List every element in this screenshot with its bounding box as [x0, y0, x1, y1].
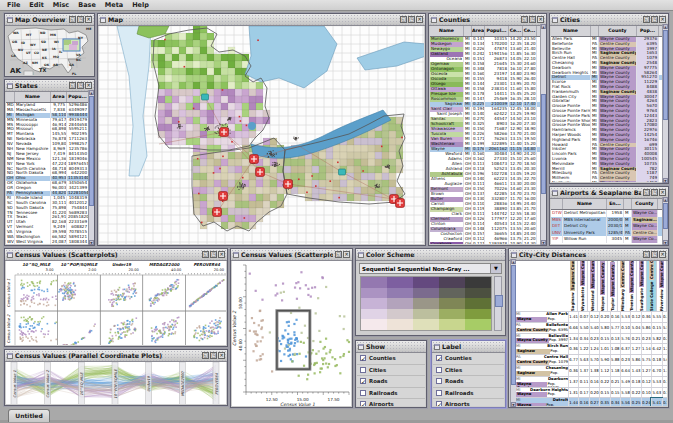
- distance-matrix[interactable]: Saginaw Saginaw County Pop. 61799Wyandot…: [516, 261, 667, 406]
- distance-cell[interactable]: 0.36: [568, 366, 578, 376]
- checkbox[interactable]: [360, 390, 366, 396]
- close-icon[interactable]: ✕: [416, 16, 423, 23]
- column-header[interactable]: Area: [51, 92, 67, 102]
- distance-cell[interactable]: 5.86: [641, 323, 651, 333]
- color-swatch[interactable]: [439, 309, 465, 320]
- column-header[interactable]: [591, 26, 599, 36]
- distance-cell[interactable]: 0.21: [630, 334, 640, 344]
- distance-cell[interactable]: 5.53: [620, 312, 630, 322]
- checkbox-row[interactable]: ✓Roads: [357, 376, 425, 388]
- color-scheme-dropdown[interactable]: Sequential Sequential Non-Gray ... ▼: [359, 263, 502, 274]
- close-icon[interactable]: ✕: [85, 16, 92, 23]
- distance-row[interactable]: PACentre HallCentre CountyPop. 10796.775…: [516, 354, 667, 365]
- maximize-icon[interactable]: ◳: [210, 251, 217, 258]
- color-swatch[interactable]: [413, 298, 439, 309]
- distance-cell[interactable]: 0.35: [599, 398, 609, 406]
- restore-icon[interactable]: ◱: [69, 82, 76, 89]
- distance-cell[interactable]: 0.07: [578, 312, 588, 322]
- restore-icon[interactable]: ◱: [202, 352, 209, 359]
- show-titlebar[interactable]: Show: [356, 341, 426, 353]
- color-swatch[interactable]: [465, 298, 491, 309]
- close-icon[interactable]: ✕: [659, 189, 666, 196]
- close-icon[interactable]: ✕: [537, 16, 544, 23]
- distance-row[interactable]: MIBirch RunSaginaw CountyPop. 16530.361.…: [516, 343, 667, 354]
- checkbox-row[interactable]: ✓Airports: [357, 399, 425, 406]
- checkbox-row[interactable]: ✓Counties: [357, 353, 425, 365]
- distance-column-header[interactable]: State College Centre County Pop. 38420: [647, 261, 657, 311]
- column-header[interactable]: [6, 92, 15, 102]
- distance-cell[interactable]: 5.58: [620, 388, 630, 398]
- dropdown-arrow-icon[interactable]: ▼: [490, 264, 501, 273]
- distance-cell[interactable]: 0.20: [589, 388, 599, 398]
- map-overview-titlebar[interactable]: Map Overview ◱◳✕: [5, 14, 94, 26]
- distance-cell[interactable]: 1.34: [568, 334, 578, 344]
- selected-airport-marker[interactable]: [339, 169, 346, 175]
- color-swatch[interactable]: [439, 288, 465, 299]
- counties-scrollbar[interactable]: ▲▼: [540, 24, 546, 245]
- distance-cell[interactable]: 1.27: [641, 366, 651, 376]
- distance-cell[interactable]: 0.25: [630, 398, 640, 406]
- checkbox[interactable]: ✓: [436, 401, 442, 406]
- distance-row[interactable]: MIBellevilleWayne CountyPop. 39971.340.3…: [516, 333, 667, 344]
- cities-titlebar[interactable]: Cities ◱◳✕: [550, 14, 668, 26]
- distance-cell[interactable]: 5.04: [630, 323, 640, 333]
- color-scheme-titlebar[interactable]: Color Scheme: [356, 249, 505, 261]
- color-swatch[interactable]: [387, 319, 413, 330]
- distance-cell[interactable]: 5.40: [589, 323, 599, 333]
- distance-cell[interactable]: 1.27: [630, 344, 640, 354]
- column-header[interactable]: [464, 26, 472, 36]
- distance-cell[interactable]: 0.17: [578, 388, 588, 398]
- color-swatch[interactable]: [465, 277, 491, 288]
- airport-marker[interactable]: [213, 208, 222, 217]
- column-header[interactable]: Popul...: [485, 26, 509, 36]
- distance-cell[interactable]: 0.29: [662, 334, 667, 344]
- distance-cell[interactable]: 6.37: [620, 344, 630, 354]
- checkbox[interactable]: ✓: [360, 401, 366, 406]
- color-swatch[interactable]: [361, 309, 387, 320]
- distance-cell[interactable]: 0.34: [610, 398, 620, 406]
- distance-cell[interactable]: 0.15: [662, 388, 667, 398]
- distance-cell[interactable]: 5.50: [578, 323, 588, 333]
- color-swatch[interactable]: [361, 277, 387, 288]
- column-header[interactable]: Name: [563, 199, 607, 209]
- map-titlebar[interactable]: Map ◱◳✕: [98, 14, 425, 26]
- distance-cell[interactable]: 1.37: [568, 377, 578, 387]
- color-scheme-slider[interactable]: [494, 276, 502, 331]
- menu-item-meta[interactable]: Meta: [101, 1, 127, 9]
- distance-cell[interactable]: 0.18: [651, 355, 661, 365]
- menu-item-misc[interactable]: Misc: [49, 1, 73, 9]
- distance-cell[interactable]: 5.67: [662, 355, 667, 365]
- distance-cell[interactable]: 5.56: [620, 398, 630, 406]
- distance-cell[interactable]: 0.27: [589, 398, 599, 406]
- color-swatch[interactable]: [465, 288, 491, 299]
- menu-item-file[interactable]: File: [3, 1, 24, 9]
- color-swatch[interactable]: [439, 319, 465, 330]
- census-scatterplot[interactable]: 12.5015.0017.5050.0040.00Census Value 1C…: [232, 261, 351, 406]
- distance-cell[interactable]: 1.01: [599, 344, 609, 354]
- distance-cell[interactable]: 5.80: [599, 323, 609, 333]
- distance-cell[interactable]: 6.42: [651, 344, 661, 354]
- restore-icon[interactable]: ◱: [643, 251, 650, 258]
- distance-column-header[interactable]: Taylor Wayne County Pop. 65868: [608, 261, 618, 311]
- distance-cell[interactable]: 0.22: [630, 388, 640, 398]
- maximize-icon[interactable]: ◳: [210, 352, 217, 359]
- table-row[interactable]: YIPWillow Run3045MWayne Co...: [551, 236, 667, 243]
- distance-cell[interactable]: 6.70: [651, 366, 661, 376]
- distance-cell[interactable]: 0.13: [610, 334, 620, 344]
- restore-icon[interactable]: ◱: [202, 251, 209, 258]
- airport-marker[interactable]: [284, 180, 293, 189]
- distance-cell[interactable]: 0.15: [610, 388, 620, 398]
- states-scrollbar[interactable]: ▲▼: [88, 90, 94, 245]
- cities-scrollbar[interactable]: ▲▼: [662, 24, 668, 183]
- airport-marker[interactable]: [256, 168, 265, 177]
- close-icon[interactable]: ✕: [659, 16, 666, 23]
- distance-cell[interactable]: 5.53: [651, 377, 661, 387]
- airports-table[interactable]: NameEn...CountyDTWDetroit Metropolitan W…: [551, 199, 667, 244]
- restore-icon[interactable]: ◱: [521, 16, 528, 23]
- airport-marker[interactable]: [396, 199, 405, 208]
- restore-icon[interactable]: ◱: [643, 189, 650, 196]
- table-row[interactable]: WVWest Virginia24,0871808344: [6, 240, 93, 244]
- close-icon[interactable]: ✕: [343, 251, 350, 258]
- distance-row[interactable]: MIChesaningSaginaw CountyPop. 25480.361.…: [516, 365, 667, 376]
- checkbox[interactable]: [436, 378, 442, 384]
